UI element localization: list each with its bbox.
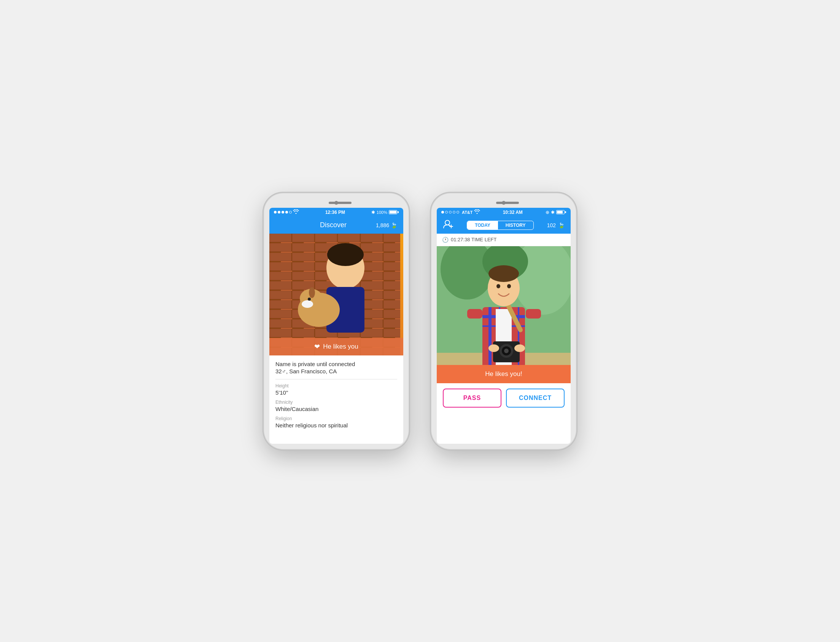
signal-dot-5: [289, 211, 292, 214]
profile-location-1: 32♂, San Francisco, CA: [275, 368, 397, 374]
phone-shell-1: 12:36 PM ✱ 100% Discover 1,8: [264, 193, 409, 449]
heart-icon-1: ❤: [314, 342, 320, 351]
phone-top-bar-2: [437, 199, 571, 208]
status-time-1: 12:36 PM: [325, 210, 345, 215]
status-right-1: ✱ 100%: [371, 210, 399, 215]
signal-dot-2: [278, 211, 280, 214]
nav-bar-1: Discover 1,886 🍃: [269, 217, 403, 233]
ethnicity-value-1: White/Caucasian: [275, 406, 397, 412]
likes-banner-1: ❤ He likes you: [269, 338, 403, 355]
connect-button[interactable]: CONNECT: [506, 389, 565, 408]
profile-photo-bg-1: [269, 233, 403, 355]
circle-icon-2: ⊕: [545, 210, 549, 215]
status-bar-left-2: AT&T: [441, 209, 480, 215]
wifi-icon-1: [293, 209, 299, 215]
signal-dot-1: [274, 211, 277, 214]
leaf-icon-1: 🍃: [391, 222, 397, 229]
religion-value-1: Neither religious nor spiritual: [275, 422, 397, 428]
signal-dot-2-1: [441, 211, 444, 214]
tab-history[interactable]: HISTORY: [498, 221, 533, 229]
height-label-1: Height: [275, 383, 397, 389]
signal-dot-2-5: [456, 211, 459, 214]
bluetooth-icon-1: ✱: [371, 210, 375, 215]
phone-screen-1: 12:36 PM ✱ 100% Discover 1,8: [269, 208, 403, 444]
phone-camera-1: [334, 201, 338, 205]
svg-point-40: [514, 344, 525, 352]
signal-dot-2-2: [445, 211, 448, 214]
ethnicity-label-1: Ethnicity: [275, 400, 397, 405]
svg-point-31: [497, 284, 500, 288]
pass-button[interactable]: PASS: [443, 389, 502, 408]
phone-1: 12:36 PM ✱ 100% Discover 1,8: [264, 193, 409, 449]
svg-point-30: [489, 265, 519, 282]
svg-point-39: [489, 344, 499, 352]
svg-point-36: [504, 349, 509, 353]
nav-title-1: Discover: [320, 221, 346, 229]
phone-screen-2: AT&T 10:32 AM ⊕ ✱: [437, 208, 571, 444]
signal-dot-2-4: [453, 211, 455, 214]
carrier-label: AT&T: [462, 210, 473, 215]
battery-icon-2: [556, 210, 566, 214]
tab-today[interactable]: TODAY: [467, 221, 498, 229]
leaf-icon-2: 🍃: [558, 222, 565, 229]
bluetooth-icon-2: ✱: [551, 210, 555, 215]
phone-speaker-1: [329, 202, 351, 204]
religion-label-1: Religion: [275, 416, 397, 421]
likes-text-1: He likes you: [323, 343, 358, 350]
nav-right-2: 102 🍃: [547, 222, 565, 229]
clock-icon: 🕐: [442, 237, 448, 243]
phone-shell-2: AT&T 10:32 AM ⊕ ✱: [431, 193, 576, 449]
battery-percent-1: 100%: [377, 210, 387, 215]
phone-top-bar-1: [269, 199, 403, 208]
battery-icon-1: [389, 210, 399, 214]
svg-point-5: [327, 243, 364, 266]
signal-dot-3: [282, 211, 284, 214]
profile-photo-bg-2: [437, 246, 571, 383]
signal-dot-4: [285, 211, 288, 214]
phone-camera-2: [502, 201, 506, 205]
profile-image-2[interactable]: He likes you!: [437, 246, 571, 383]
add-person-icon[interactable]: [443, 219, 453, 232]
divider-1: [275, 379, 397, 379]
svg-rect-38: [526, 309, 541, 319]
nav-bar-2: TODAY HISTORY 102 🍃: [437, 217, 571, 233]
phone-speaker-2: [496, 202, 519, 204]
likes-text-2: He likes you!: [485, 370, 522, 378]
swipe-indicator-1: [400, 233, 403, 355]
svg-point-10: [308, 298, 311, 301]
likes-banner-2: He likes you!: [437, 365, 571, 383]
status-bar-1: 12:36 PM ✱ 100%: [269, 208, 403, 217]
phone-2: AT&T 10:32 AM ⊕ ✱: [431, 193, 576, 449]
svg-point-11: [309, 287, 315, 298]
time-bar: 🕐 01:27:38 TIME LEFT: [437, 233, 571, 246]
signal-dot-2-3: [449, 211, 452, 214]
time-left-text: 01:27:38 TIME LEFT: [451, 237, 497, 242]
segment-control: TODAY HISTORY: [467, 221, 533, 230]
profile-name-1: Name is private until connected: [275, 361, 397, 367]
wifi-icon-2: [474, 209, 480, 215]
svg-rect-37: [467, 309, 482, 319]
nav-badge-1: 1,886 🍃: [376, 222, 397, 229]
svg-point-9: [302, 300, 313, 308]
status-bar-2: AT&T 10:32 AM ⊕ ✱: [437, 208, 571, 217]
badge-count-2: 102: [547, 222, 556, 229]
profile-info-1: Name is private until connected 32♂, San…: [269, 355, 403, 438]
status-right-2: ⊕ ✱: [545, 210, 566, 215]
svg-point-12: [445, 220, 450, 225]
profile-image-1[interactable]: ❤ He likes you: [269, 233, 403, 355]
status-bar-left-1: [274, 209, 299, 215]
action-buttons: PASS CONNECT: [437, 383, 571, 413]
svg-point-32: [507, 284, 511, 288]
status-time-2: 10:32 AM: [503, 210, 523, 215]
height-value-1: 5'10": [275, 389, 397, 396]
